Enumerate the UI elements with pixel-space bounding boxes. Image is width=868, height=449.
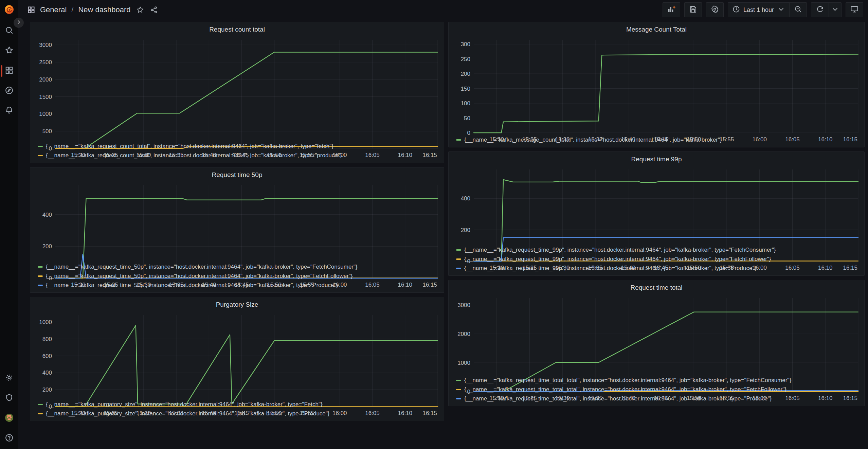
legend-item[interactable]: {__name__="kafka_request_time_99p", inst… bbox=[456, 245, 861, 254]
sidebar-item-dashboards[interactable] bbox=[0, 67, 18, 75]
legend-item[interactable]: {__name__="kafka_request_time_total_tota… bbox=[456, 385, 861, 394]
legend: {__name__="kafka_request_count_total", i… bbox=[34, 141, 440, 160]
y-axis-tick-label: 300 bbox=[461, 41, 470, 48]
y-axis-tick-label: 3000 bbox=[39, 42, 52, 48]
series-color-swatch bbox=[38, 404, 43, 405]
time-range-label: Last 1 hour bbox=[743, 6, 774, 14]
legend-item[interactable]: {__name__="kafka_purgatory_size", instan… bbox=[38, 400, 440, 409]
dashboards-grid-icon bbox=[5, 66, 14, 76]
y-axis-tick-label: 1000 bbox=[39, 111, 52, 117]
legend-label: {__name__="kafka_message_count_total", i… bbox=[464, 137, 722, 143]
zoom-out-icon bbox=[794, 5, 802, 15]
search-icon bbox=[5, 26, 14, 36]
legend-item[interactable]: {__name__="kafka_request_time_50p", inst… bbox=[38, 271, 440, 281]
favorite-star-icon[interactable] bbox=[136, 6, 144, 14]
series-color-swatch bbox=[456, 398, 461, 399]
series-color-swatch bbox=[38, 266, 43, 268]
time-range-clock-icon bbox=[732, 5, 740, 15]
save-dashboard-icon bbox=[689, 5, 697, 15]
legend-item[interactable]: {__name__="kafka_request_time_50p", inst… bbox=[38, 262, 440, 271]
sidebar-expand-button[interactable] bbox=[14, 18, 24, 28]
dashboard-header: General / New dashboard Last 1 hour bbox=[18, 0, 868, 20]
panel-purgatory-size: Purgatory Size 15:2015:2515:3015:3515:40… bbox=[30, 297, 444, 421]
kiosk-tv-icon bbox=[850, 5, 858, 15]
save-dashboard-button[interactable] bbox=[684, 2, 702, 17]
panel-message-count-total: Message Count Total 15:2015:2515:3015:35… bbox=[448, 22, 865, 147]
time-series-chart[interactable]: 15:2015:2515:3015:3515:4015:4515:5015:55… bbox=[34, 35, 440, 141]
refresh-button[interactable] bbox=[811, 2, 829, 17]
refresh-interval-button[interactable] bbox=[829, 2, 842, 17]
time-series-chart[interactable]: 15:2015:2515:3015:3515:4015:4515:5015:55… bbox=[452, 35, 861, 134]
legend-item[interactable]: {__name__="kafka_request_time_total_tota… bbox=[456, 376, 861, 385]
sidebar-item-explore[interactable] bbox=[0, 87, 18, 95]
y-axis-tick-label: 250 bbox=[461, 56, 470, 62]
y-axis-tick-label: 400 bbox=[42, 212, 52, 218]
panel-title[interactable]: Purgatory Size bbox=[34, 299, 440, 310]
time-series-chart[interactable]: 15:2015:2515:3015:3515:4015:4515:5015:55… bbox=[34, 310, 440, 399]
legend-item[interactable]: {__name__="kafka_request_time_50p", inst… bbox=[38, 281, 440, 290]
legend-item[interactable]: {__name__="kafka_request_time_99p", inst… bbox=[456, 254, 861, 264]
sidebar-item-favorites[interactable] bbox=[0, 47, 18, 55]
legend-label: {__name__="kafka_request_time_99p", inst… bbox=[464, 265, 756, 272]
kiosk-mode-button[interactable] bbox=[846, 2, 863, 17]
legend-label: {__name__="kafka_purgatory_size", instan… bbox=[46, 401, 323, 408]
legend-item[interactable]: {__name__="kafka_request_time_total_tota… bbox=[456, 394, 861, 403]
panel-title[interactable]: Request time 99p bbox=[452, 154, 861, 165]
sidebar-item-configuration[interactable] bbox=[0, 374, 18, 383]
series-color-swatch bbox=[456, 268, 461, 269]
sidebar-item-server-admin[interactable] bbox=[0, 394, 18, 403]
add-panel-button[interactable] bbox=[663, 2, 680, 17]
panel-request-time-99p: Request time 99p 15:2015:2515:3015:3515:… bbox=[448, 151, 865, 276]
legend-item[interactable]: {__name__="kafka_purgatory_size", instan… bbox=[38, 409, 440, 418]
series-line bbox=[55, 52, 438, 148]
y-axis-tick-label: 600 bbox=[42, 353, 52, 359]
chevron-right-icon bbox=[16, 19, 21, 26]
y-axis-tick-label: 2000 bbox=[39, 76, 52, 83]
series-color-swatch bbox=[456, 249, 461, 251]
breadcrumb-dashboard-title[interactable]: New dashboard bbox=[78, 5, 130, 14]
zoom-out-button[interactable] bbox=[789, 2, 807, 17]
series-color-swatch bbox=[456, 139, 461, 141]
user-avatar bbox=[5, 413, 14, 424]
sidebar-item-user-profile[interactable] bbox=[0, 414, 18, 423]
legend-label: {__name__="kafka_request_count_total", i… bbox=[46, 152, 342, 159]
time-series-chart[interactable]: 15:2015:2515:3015:3515:4015:4515:5015:55… bbox=[452, 165, 861, 245]
legend-item[interactable]: {__name__="kafka_message_count_total", i… bbox=[456, 135, 861, 144]
grafana-logo[interactable] bbox=[4, 4, 15, 15]
dashboard-settings-icon bbox=[711, 5, 719, 15]
add-panel-icon bbox=[667, 5, 675, 15]
share-icon[interactable] bbox=[150, 6, 158, 14]
legend: {__name__="kafka_purgatory_size", instan… bbox=[34, 399, 440, 418]
time-series-chart[interactable]: 15:2015:2515:3015:3515:4015:4515:5015:55… bbox=[34, 180, 440, 262]
refresh-interval-caret-icon bbox=[831, 5, 839, 15]
sidebar-item-alerting[interactable] bbox=[0, 107, 18, 115]
dashboard-settings-button[interactable] bbox=[706, 2, 724, 17]
series-line bbox=[55, 325, 438, 407]
time-range-picker[interactable]: Last 1 hour bbox=[728, 2, 789, 17]
legend-item[interactable]: {__name__="kafka_request_count_total", i… bbox=[38, 151, 440, 160]
y-axis-tick-label: 1000 bbox=[39, 319, 52, 325]
series-color-swatch bbox=[456, 389, 461, 390]
favorites-star-icon bbox=[5, 46, 14, 56]
panel-title[interactable]: Request time 50p bbox=[34, 169, 440, 180]
breadcrumb-folder[interactable]: General bbox=[40, 5, 67, 14]
y-axis-tick-label: 200 bbox=[461, 227, 470, 233]
y-axis-tick-label: 200 bbox=[42, 387, 52, 393]
y-axis-tick-label: 2000 bbox=[457, 331, 470, 337]
y-axis-tick-label: 500 bbox=[42, 128, 52, 134]
legend-label: {__name__="kafka_purgatory_size", instan… bbox=[46, 410, 330, 417]
y-axis-tick-label: 50 bbox=[464, 115, 470, 122]
y-axis-tick-label: 400 bbox=[42, 370, 52, 376]
panel-title[interactable]: Request count total bbox=[34, 24, 440, 35]
panel-title[interactable]: Request time total bbox=[452, 282, 861, 293]
sidebar-item-help[interactable] bbox=[0, 434, 18, 443]
time-picker-group: Last 1 hour bbox=[728, 2, 807, 17]
toolbar-actions: Last 1 hour bbox=[663, 2, 863, 17]
sidebar-item-search[interactable] bbox=[0, 26, 18, 35]
legend-item[interactable]: {__name__="kafka_request_time_99p", inst… bbox=[456, 264, 861, 273]
y-axis-tick-label: 800 bbox=[42, 336, 52, 342]
y-axis-tick-label: 1500 bbox=[39, 94, 52, 100]
panel-title[interactable]: Message Count Total bbox=[452, 24, 861, 35]
legend-item[interactable]: {__name__="kafka_request_count_total", i… bbox=[38, 142, 440, 151]
time-series-chart[interactable]: 15:2015:2515:3015:3515:4015:4515:5015:55… bbox=[452, 293, 861, 375]
